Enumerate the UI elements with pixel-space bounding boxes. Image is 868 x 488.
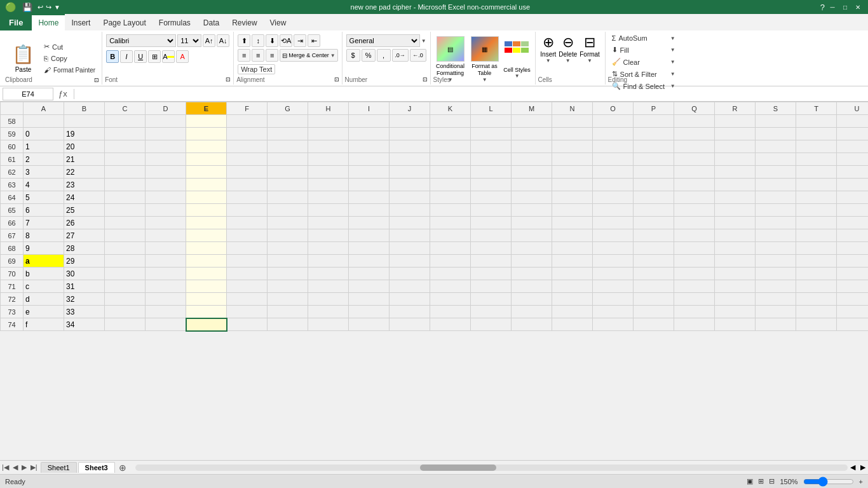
format-painter-button[interactable]: 🖌 Format Painter	[41, 65, 98, 75]
data-cell[interactable]	[268, 229, 308, 242]
data-cell[interactable]	[593, 293, 634, 306]
data-cell[interactable]	[756, 242, 796, 255]
data-cell[interactable]	[186, 166, 227, 179]
data-cell[interactable]	[674, 268, 715, 280]
data-cell[interactable]	[186, 268, 227, 280]
data-cell[interactable]	[105, 293, 146, 306]
data-cell[interactable]	[308, 191, 349, 204]
fill-dropdown[interactable]: ▼	[670, 47, 675, 53]
data-cell[interactable]	[837, 268, 869, 280]
data-cell[interactable]	[390, 128, 430, 140]
view-layout-btn[interactable]: ⊞	[758, 477, 764, 485]
data-cell[interactable]	[349, 318, 390, 331]
data-cell[interactable]	[837, 166, 869, 179]
data-cell[interactable]	[837, 153, 869, 166]
data-cell[interactable]	[268, 191, 308, 204]
data-cell[interactable]	[227, 115, 268, 128]
font-name-select[interactable]: Calibri	[106, 34, 176, 47]
format-dropdown[interactable]: ▼	[587, 58, 592, 64]
data-cell[interactable]	[674, 306, 715, 318]
data-cell[interactable]	[471, 115, 512, 128]
data-cell[interactable]	[430, 115, 471, 128]
data-cell[interactable]	[349, 128, 390, 140]
bold-button[interactable]: B	[106, 50, 119, 63]
data-cell[interactable]	[634, 242, 674, 255]
cell-styles-btn[interactable]: Cell Styles ▼	[503, 40, 531, 79]
data-cell[interactable]	[512, 115, 552, 128]
data-cell[interactable]	[268, 140, 308, 153]
data-cell[interactable]	[105, 153, 146, 166]
sheet-nav-prev[interactable]: ◀	[11, 463, 20, 471]
clear-dropdown[interactable]: ▼	[670, 59, 675, 65]
data-cell[interactable]: 24	[64, 191, 105, 204]
data-cell[interactable]	[796, 204, 837, 217]
data-cell[interactable]	[674, 179, 715, 191]
data-cell[interactable]: 19	[64, 128, 105, 140]
data-cell[interactable]: 32	[64, 293, 105, 306]
help-icon[interactable]: ?	[820, 3, 825, 12]
data-cell[interactable]	[593, 242, 634, 255]
data-cell[interactable]	[512, 268, 552, 280]
data-cell[interactable]	[552, 128, 593, 140]
indent-decrease-btn[interactable]: ⇤	[308, 34, 320, 47]
data-cell[interactable]	[227, 280, 268, 293]
data-cell[interactable]	[674, 128, 715, 140]
data-cell[interactable]	[796, 217, 837, 229]
data-cell[interactable]	[146, 268, 186, 280]
data-cell[interactable]	[308, 255, 349, 268]
tab-review[interactable]: Review	[226, 14, 263, 30]
data-cell[interactable]	[674, 191, 715, 204]
data-cell[interactable]	[715, 318, 756, 331]
col-header-t[interactable]: T	[796, 102, 837, 115]
data-cell[interactable]	[308, 217, 349, 229]
col-header-m[interactable]: M	[512, 102, 552, 115]
data-cell[interactable]	[552, 268, 593, 280]
data-cell[interactable]	[227, 140, 268, 153]
data-cell[interactable]	[146, 166, 186, 179]
data-cell[interactable]	[186, 280, 227, 293]
align-top-btn[interactable]: ⬆	[238, 34, 250, 47]
data-cell[interactable]	[430, 140, 471, 153]
data-cell[interactable]	[308, 268, 349, 280]
sheet-nav-first[interactable]: |◀	[0, 463, 11, 471]
col-header-d[interactable]: D	[146, 102, 186, 115]
data-cell[interactable]	[227, 217, 268, 229]
data-cell[interactable]	[105, 242, 146, 255]
data-cell[interactable]	[634, 255, 674, 268]
data-cell[interactable]	[146, 204, 186, 217]
data-cell[interactable]	[390, 229, 430, 242]
tab-page-layout[interactable]: Page Layout	[97, 14, 152, 30]
data-cell[interactable]	[146, 280, 186, 293]
data-cell[interactable]	[390, 280, 430, 293]
data-cell[interactable]	[146, 179, 186, 191]
function-icon[interactable]: ƒx	[56, 89, 70, 98]
number-format-select[interactable]: General	[346, 34, 420, 47]
data-cell[interactable]	[186, 217, 227, 229]
data-cell[interactable]	[837, 318, 869, 331]
data-cell[interactable]: 0	[24, 128, 64, 140]
data-cell[interactable]	[105, 140, 146, 153]
data-cell[interactable]	[634, 166, 674, 179]
data-cell[interactable]	[308, 242, 349, 255]
data-cell[interactable]	[756, 166, 796, 179]
data-cell[interactable]	[756, 140, 796, 153]
col-header-p[interactable]: P	[634, 102, 674, 115]
scroll-left-arrow[interactable]: ◀	[848, 463, 858, 471]
view-normal-btn[interactable]: ▣	[747, 477, 753, 485]
data-cell[interactable]	[268, 153, 308, 166]
data-cell[interactable]	[796, 166, 837, 179]
data-cell[interactable]	[227, 255, 268, 268]
col-header-h[interactable]: H	[308, 102, 349, 115]
data-cell[interactable]	[837, 191, 869, 204]
data-cell[interactable]	[715, 153, 756, 166]
data-cell[interactable]	[634, 140, 674, 153]
data-cell[interactable]	[512, 229, 552, 242]
data-cell[interactable]	[634, 204, 674, 217]
data-cell[interactable]	[593, 217, 634, 229]
data-cell[interactable]	[186, 318, 227, 331]
row-header[interactable]: 66	[1, 217, 24, 229]
data-cell[interactable]: 8	[24, 229, 64, 242]
data-cell[interactable]	[268, 242, 308, 255]
data-cell[interactable]	[471, 153, 512, 166]
sheet-tab-sheet1[interactable]: Sheet1	[41, 462, 77, 473]
